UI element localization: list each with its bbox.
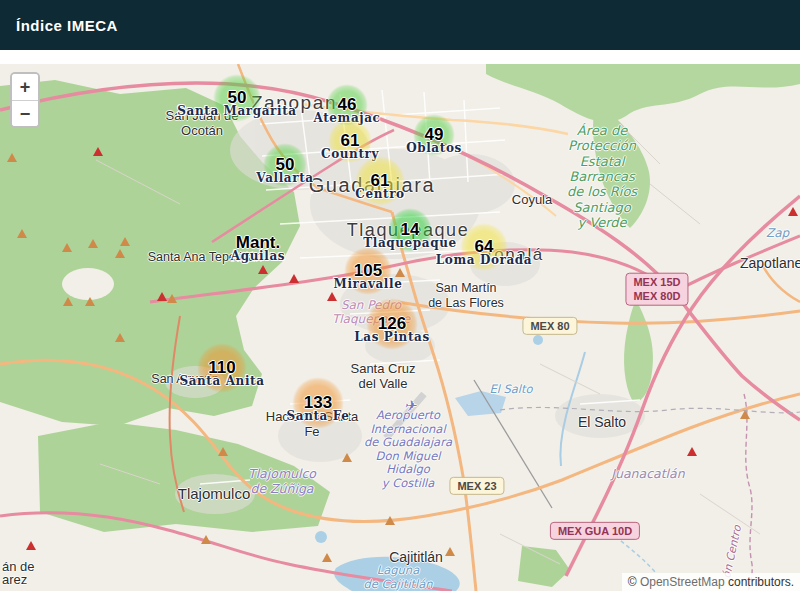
station-name: Miravalle (334, 277, 403, 291)
map-label-zap: Zap (766, 226, 789, 240)
map-label-arez: arez (2, 572, 27, 587)
map-attribution: © OpenStreetMap contributors. (622, 573, 800, 591)
openstreetmap-link[interactable]: OpenStreetMap (640, 575, 725, 589)
attribution-copyright: © (628, 575, 637, 589)
map-label-aeropuerto: AeropuertoInternacionalde GuadalajaraDon… (364, 409, 452, 490)
road-badge-mex-23: MEX 23 (449, 477, 504, 495)
station-name: Oblatos (406, 141, 462, 155)
zoom-out-button[interactable]: − (12, 100, 38, 126)
map-label-coyula: Coyula (512, 192, 552, 207)
road-badge-mex-80: MEX 80 (522, 317, 577, 335)
station-name: Santa Fe (287, 409, 350, 423)
road-badge-mex-15d-mex-80d: MEX 15D MEX 80D (625, 273, 688, 306)
app-header: Índice IMECA (0, 0, 800, 50)
imeca-map[interactable]: ZapopanGuadalajaraTlaquepaqueTonaláSan J… (0, 64, 800, 591)
attribution-suffix: contributors. (728, 575, 794, 589)
map-label-santa-cruz: Santa Cruzdel Valle (350, 361, 415, 392)
map-label-el-salto: El Salto (489, 383, 532, 397)
map-label-juanacatl-n: Juanacatlán (611, 467, 684, 482)
map-label-zapotlanejo: Zapotlanejo (740, 255, 800, 272)
page-title: Índice IMECA (16, 17, 118, 34)
station-name: Las Pintas (354, 330, 430, 344)
road-badge-mex-gua-10d: MEX GUA 10D (550, 522, 640, 540)
station-name: Loma Dorada (436, 253, 532, 267)
zoom-in-button[interactable]: + (12, 74, 38, 100)
map-label-el-salto: El Salto (578, 414, 626, 431)
map-label-rea-de: Área deProtecciónEstatalBarrancasde los … (567, 123, 637, 230)
station-name: Santa Anita (179, 374, 264, 388)
station-name: Santa Margarita (177, 104, 296, 118)
map-label-tlajomulco: Tlajomulcode Zúñiga (248, 467, 316, 497)
station-name: Centro (355, 187, 404, 201)
station-name: Vallarta (256, 171, 313, 185)
station-name: Aguilas (231, 249, 285, 263)
map-label-tlajomulco: Tlajomulco (178, 485, 251, 503)
map-label-san-mart-n: San Martínde Las Flores (428, 281, 504, 311)
map-zoom-control: + − (10, 72, 40, 128)
map-label-laguna: Lagunade Cajititlán (363, 564, 432, 591)
